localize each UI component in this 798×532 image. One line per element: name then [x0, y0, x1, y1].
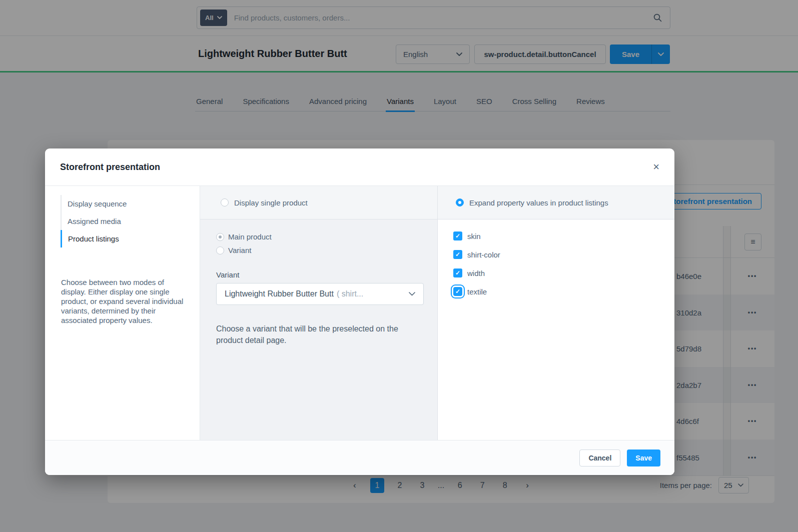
checkbox-skin[interactable]: ✓ — [453, 232, 462, 240]
chevron-down-icon — [409, 292, 415, 296]
modal-header: Storefront presentation × — [45, 148, 674, 186]
radio-display-single-product-label: Display single product — [234, 198, 308, 207]
modal-save-button[interactable]: Save — [627, 450, 660, 466]
modal-sidebar: Display sequence Assigned media Product … — [45, 186, 200, 440]
close-icon[interactable]: × — [653, 162, 659, 172]
variant-option[interactable]: Variant — [216, 246, 422, 254]
checkbox-textile-label: textile — [467, 288, 487, 296]
modal-cancel-button[interactable]: Cancel — [579, 450, 620, 466]
radio-display-single-product[interactable] — [221, 198, 229, 206]
property-row-skin[interactable]: ✓ skin — [453, 232, 674, 240]
property-checkbox-list: ✓ skin ✓ shirt-color ✓ width ✓ textile — [438, 220, 674, 306]
main-product-option[interactable]: Main product — [216, 232, 422, 241]
modal-body: Display sequence Assigned media Product … — [45, 186, 674, 440]
radio-variant[interactable] — [216, 246, 224, 254]
single-product-option[interactable]: Display single product — [200, 186, 437, 220]
radio-expand-properties-label: Expand property values in product listin… — [469, 198, 608, 207]
variant-select-label: Variant — [216, 270, 422, 279]
checkbox-shirt-color-label: shirt-color — [467, 250, 500, 259]
checkbox-width[interactable]: ✓ — [453, 268, 462, 278]
sidebar-item-display-sequence[interactable]: Display sequence — [61, 195, 200, 212]
radio-main-product-label: Main product — [228, 232, 272, 241]
radio-main-product[interactable] — [216, 233, 224, 241]
sidebar-item-assigned-media[interactable]: Assigned media — [61, 212, 200, 230]
admin-screen: All Lightweight Rubber Butter Butt Engli… — [0, 0, 798, 532]
mode-description: Choose between two modes of display. Eit… — [61, 278, 185, 325]
property-row-width[interactable]: ✓ width — [453, 268, 674, 278]
variant-select-value: Lightweight Rubber Butter Butt — [225, 290, 334, 298]
checkbox-skin-label: skin — [467, 232, 481, 240]
modal-footer: Cancel Save — [45, 440, 674, 475]
variant-select-value-suffix: ( shirt... — [337, 290, 363, 298]
checkbox-width-label: width — [467, 269, 485, 278]
modal-title: Storefront presentation — [60, 162, 160, 172]
expand-properties-option[interactable]: Expand property values in product listin… — [438, 186, 674, 220]
checkbox-textile[interactable]: ✓ — [453, 287, 462, 296]
single-product-column: Display single product Main product Vari… — [200, 186, 438, 440]
expand-properties-column: Expand property values in product listin… — [438, 186, 674, 440]
checkbox-shirt-color[interactable]: ✓ — [453, 250, 462, 259]
variant-helper-text: Choose a variant that will be the presel… — [216, 323, 416, 346]
modal-sidebar-nav: Display sequence Assigned media Product … — [61, 195, 200, 248]
radio-expand-properties[interactable] — [456, 198, 464, 206]
single-product-settings: Main product Variant Variant Lightweight… — [200, 220, 437, 346]
variant-select[interactable]: Lightweight Rubber Butter Butt ( shirt..… — [216, 283, 424, 305]
radio-variant-label: Variant — [228, 246, 251, 254]
property-row-shirt-color[interactable]: ✓ shirt-color — [453, 250, 674, 259]
sidebar-item-product-listings[interactable]: Product listings — [61, 230, 200, 248]
storefront-presentation-modal: Storefront presentation × Display sequen… — [45, 148, 674, 475]
property-row-textile[interactable]: ✓ textile — [453, 287, 674, 296]
